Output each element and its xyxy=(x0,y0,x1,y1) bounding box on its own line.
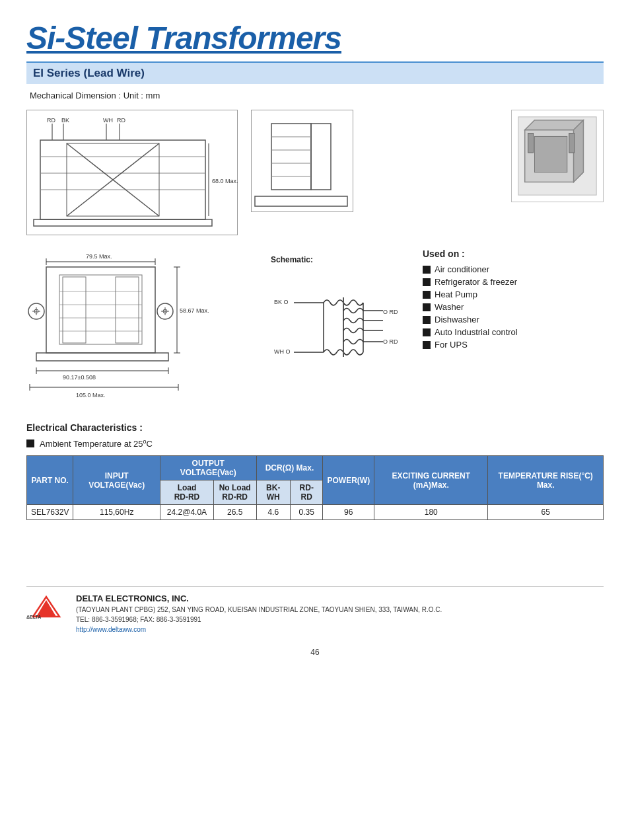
svg-rect-31 xyxy=(569,134,575,153)
svg-rect-51 xyxy=(116,277,139,343)
col-bkwh: BK-WH xyxy=(256,480,290,505)
cell-output-noload: 26.5 xyxy=(213,505,256,520)
col-part-no: PART NO. xyxy=(27,456,73,505)
series-bar: EI Series (Lead Wire) xyxy=(26,61,604,84)
svg-text:RD: RD xyxy=(47,117,55,124)
cell-temp: 65 xyxy=(488,505,604,520)
dimension-diagram: 79.5 Max. xyxy=(26,248,258,402)
footer-info: DELTA ELECTRONICS, INC. (TAOYUAN PLANT C… xyxy=(76,593,442,634)
cell-dcr-rdrd: 0.35 xyxy=(290,505,322,520)
used-on-section: Used on : Air conditioner Refrigerator &… xyxy=(416,248,604,352)
page-number: 46 xyxy=(26,648,604,657)
svg-rect-30 xyxy=(528,134,534,153)
mechanical-label: Mechanical Dimension : Unit : mm xyxy=(26,91,604,100)
diagram2 xyxy=(251,110,353,212)
used-on-item-1: Air conditioner xyxy=(423,264,604,274)
svg-text:O RD: O RD xyxy=(383,309,398,315)
website-text: http://www.deltaww.com xyxy=(76,626,146,633)
table-row: SEL7632V 115,60Hz 24.2@4.0A 26.5 4.6 0.3… xyxy=(27,505,604,520)
electrical-section: Electrical Characteristics : Ambient Tem… xyxy=(26,422,604,520)
cell-input: 115,60Hz xyxy=(73,505,160,520)
used-on-item-2: Refrigerator & freezer xyxy=(423,277,604,287)
svg-rect-50 xyxy=(63,277,86,343)
main-title: Si-Steel Transformers xyxy=(26,20,604,56)
used-on-item-3: Heat Pump xyxy=(423,289,604,299)
footer: ΔELTA DELTA ELECTRONICS, INC. (TAOYUAN P… xyxy=(26,586,604,634)
delta-logo: ΔELTA xyxy=(26,593,66,622)
footer-address-block: (TAOYUAN PLANT CPBG) 252, SAN YING ROAD,… xyxy=(76,605,442,634)
svg-text:ΔELTA: ΔELTA xyxy=(26,615,41,619)
col-input-voltage: INPUT VOLTAGE(Vac) xyxy=(73,456,160,505)
col-noload: No LoadRD-RD xyxy=(213,480,256,505)
electrical-table: PART NO. INPUT VOLTAGE(Vac) OUTPUT VOLTA… xyxy=(26,455,604,520)
cell-output-load: 24.2@4.0A xyxy=(160,505,214,520)
svg-rect-19 xyxy=(311,124,331,190)
cell-dcr-bkwh: 4.6 xyxy=(256,505,290,520)
col-temp: TEMPERATURE RISE(°C) Max. xyxy=(488,456,604,505)
svg-rect-29 xyxy=(535,136,567,172)
used-on-item-6: Auto Industrial control xyxy=(423,327,604,337)
svg-text:WH: WH xyxy=(103,117,113,124)
cell-exciting: 180 xyxy=(374,505,488,520)
svg-text:WH O: WH O xyxy=(274,348,291,355)
plant-label: (TAOYUAN PLANT CPBG) xyxy=(76,606,155,613)
col-load: LoadRD-RD xyxy=(160,480,214,505)
diagram1: RD BK WH RD 68. xyxy=(26,110,238,235)
company-name: DELTA ELECTRONICS, INC. xyxy=(76,593,442,603)
svg-text:O RD: O RD xyxy=(383,338,398,345)
svg-text:BK: BK xyxy=(61,117,69,124)
ambient-label: Ambient Temperature at 25oC xyxy=(40,438,153,449)
col-exciting: EXCITING CURRENT (mA)Max. xyxy=(374,456,488,505)
used-on-title: Used on : xyxy=(423,248,604,259)
svg-rect-8 xyxy=(40,140,205,219)
svg-marker-28 xyxy=(574,120,584,182)
svg-rect-52 xyxy=(36,353,168,361)
electrical-title: Electrical Characteristics : xyxy=(26,422,604,433)
svg-text:RD: RD xyxy=(117,117,125,124)
svg-text:BK O: BK O xyxy=(274,299,289,305)
svg-text:68.0 Max.: 68.0 Max. xyxy=(212,178,238,184)
used-on-item-4: Washer xyxy=(423,302,604,312)
schematic-label: Schematic: xyxy=(271,255,403,264)
svg-rect-18 xyxy=(271,124,311,190)
svg-text:58.67 Max.: 58.67 Max. xyxy=(180,307,209,314)
cell-power: 96 xyxy=(323,505,374,520)
col-power: POWER(W) xyxy=(323,456,374,505)
svg-rect-24 xyxy=(255,196,347,206)
col-rdrd: RD-RD xyxy=(290,480,322,505)
svg-rect-45 xyxy=(59,275,142,344)
col-dcr: DCR(Ω) Max. xyxy=(256,456,323,480)
used-on-item-7: For UPS xyxy=(423,340,604,350)
used-on-item-5: Dishwasher xyxy=(423,315,604,325)
tel-text: TEL: 886-3-3591968; FAX: 886-3-3591991 xyxy=(76,616,201,623)
cell-part-no: SEL7632V xyxy=(27,505,73,520)
address-text: 252, SAN YING ROAD, KUEISAN INDUSTRIAL Z… xyxy=(157,606,442,613)
svg-text:79.5 Max.: 79.5 Max. xyxy=(86,253,112,260)
col-output-voltage: OUTPUT VOLTAGE(Vac) xyxy=(160,456,256,480)
svg-text:105.0 Max.: 105.0 Max. xyxy=(76,392,106,399)
svg-text:90.17±0.508: 90.17±0.508 xyxy=(63,374,96,381)
svg-rect-15 xyxy=(34,219,212,226)
schematic-diagram: Schematic: BK O WH O O RD O RD xyxy=(271,255,403,375)
diagram3-photo xyxy=(511,110,604,202)
